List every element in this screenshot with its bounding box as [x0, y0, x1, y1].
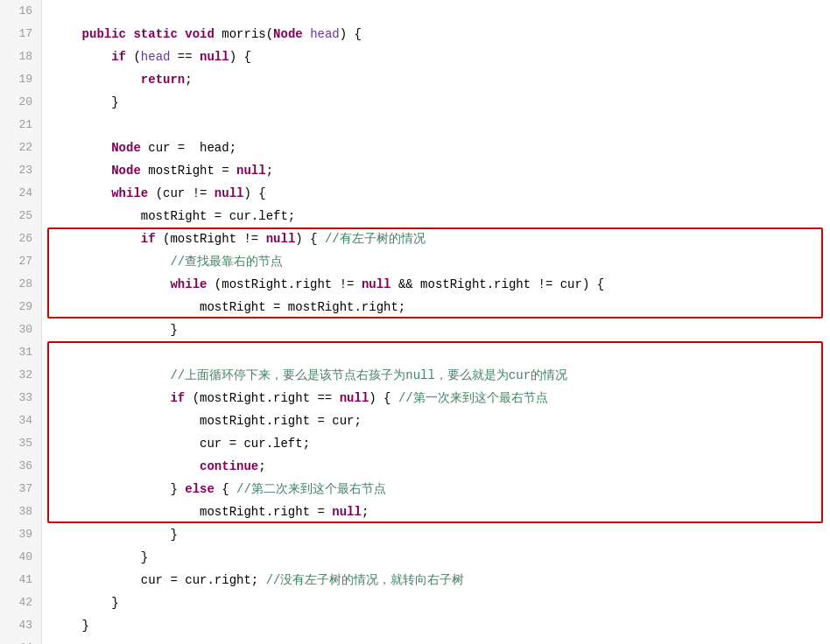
ln-16: 16 — [9, 0, 32, 23]
code-line-36: continue; — [53, 455, 830, 478]
ln-22: 22 — [9, 136, 32, 159]
ln-21: 21 — [9, 114, 32, 136]
code-line-37: } else { //第二次来到这个最右节点 — [53, 478, 830, 500]
ln-40: 40 — [9, 546, 32, 569]
code-line-28: while (mostRight.right != null && mostRi… — [53, 273, 830, 296]
ln-38: 38 — [9, 500, 32, 523]
ln-29: 29 — [9, 296, 32, 318]
code-line-26: if (mostRight != null) { //有左子树的情况 — [53, 228, 830, 250]
ln-17: 17 — [9, 23, 32, 46]
line-numbers: 16 17 18 19 20 21 22 23 24 25 26 27 28 2… — [0, 0, 42, 644]
code-line-19: return; — [53, 68, 830, 91]
ln-35: 35 — [9, 432, 32, 455]
code-container: 16 17 18 19 20 21 22 23 24 25 26 27 28 2… — [0, 0, 830, 644]
code-line-33: if (mostRight.right == null) { //第一次来到这个… — [53, 387, 830, 410]
ln-30: 30 — [9, 318, 32, 341]
ln-26: 26 — [9, 228, 32, 250]
code-line-34: mostRight.right = cur; — [53, 410, 830, 432]
ln-24: 24 — [9, 182, 32, 205]
ln-31: 31 — [9, 341, 32, 364]
code-line-20: } — [53, 91, 830, 114]
code-line-18: if (head == null) { — [53, 46, 830, 68]
code-line-21 — [53, 114, 830, 136]
ln-44: 44 — [9, 637, 32, 644]
ln-32: 32 — [9, 364, 32, 387]
code-line-27: //查找最靠右的节点 — [53, 250, 830, 273]
ln-18: 18 — [9, 46, 32, 68]
code-line-30: } — [53, 318, 830, 341]
code-line-39: } — [53, 523, 830, 546]
ln-36: 36 — [9, 455, 32, 478]
ln-37: 37 — [9, 478, 32, 500]
ln-42: 42 — [9, 592, 32, 614]
code-line-22: Node cur = head; — [53, 136, 830, 159]
ln-41: 41 — [9, 569, 32, 592]
ln-34: 34 — [9, 410, 32, 432]
ln-39: 39 — [9, 523, 32, 546]
ln-33: 33 — [9, 387, 32, 410]
code-line-41: cur = cur.right; //没有左子树的情况，就转向右子树 — [53, 569, 830, 592]
code-line-29: mostRight = mostRight.right; — [53, 296, 830, 318]
code-line-32: //上面循环停下来，要么是该节点右孩子为null，要么就是为cur的情况 — [53, 364, 830, 387]
code-line-38: mostRight.right = null; — [53, 500, 830, 523]
code-line-24: while (cur != null) { — [53, 182, 830, 205]
code-line-23: Node mostRight = null; — [53, 159, 830, 182]
code-line-16 — [53, 0, 830, 23]
ln-28: 28 — [9, 273, 32, 296]
ln-27: 27 — [9, 250, 32, 273]
ln-19: 19 — [9, 68, 32, 91]
ln-25: 25 — [9, 205, 32, 228]
ln-43: 43 — [9, 614, 32, 637]
ln-20: 20 — [9, 91, 32, 114]
code-line-43: } — [53, 614, 830, 637]
code-line-40: } — [53, 546, 830, 569]
ln-23: 23 — [9, 159, 32, 182]
code-line-42: } — [53, 592, 830, 614]
code-line-44 — [53, 637, 830, 644]
code-line-35: cur = cur.left; — [53, 432, 830, 455]
code-line-25: mostRight = cur.left; — [53, 205, 830, 228]
code-area: public static void morris(Node head) { i… — [42, 0, 830, 644]
code-line-17: public static void morris(Node head) { — [53, 23, 830, 46]
code-line-31 — [53, 341, 830, 364]
